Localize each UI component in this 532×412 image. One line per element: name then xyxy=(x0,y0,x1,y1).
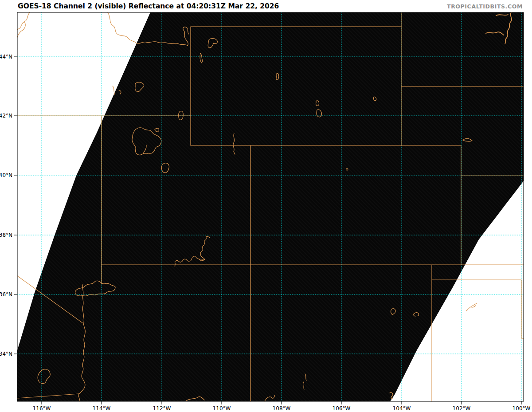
lon-tick-label: 104°W xyxy=(393,405,411,412)
lon-tick-label: 106°W xyxy=(332,405,351,412)
satellite-map-page: GOES-18 Channel 2 (visible) Reflectance … xyxy=(0,0,532,412)
lat-tick-label: 38°N xyxy=(0,232,12,238)
lat-tick-label: 40°N xyxy=(0,172,12,178)
satellite-swath xyxy=(17,12,524,401)
lat-tick-label: 42°N xyxy=(0,113,12,119)
lon-tick-label: 102°W xyxy=(453,405,471,412)
lon-tick-label: 110°W xyxy=(213,405,231,412)
lon-tick-label: 116°W xyxy=(33,405,51,412)
map-image: 44°N 42°N 40°N 38°N 36°N 34°N 116°W 114°… xyxy=(0,0,532,412)
lon-tick-label: 108°W xyxy=(273,405,291,412)
nw-corner-river xyxy=(17,12,30,37)
lon-tick-label: 112°W xyxy=(153,405,171,412)
lat-tick-label: 34°N xyxy=(0,351,12,357)
lon-tick-label: 100°W xyxy=(512,405,531,412)
lat-tick-label: 44°N xyxy=(0,54,12,60)
lat-tick-label: 36°N xyxy=(0,291,12,298)
canadian-river xyxy=(466,303,477,311)
lon-tick-label: 114°W xyxy=(93,405,111,412)
